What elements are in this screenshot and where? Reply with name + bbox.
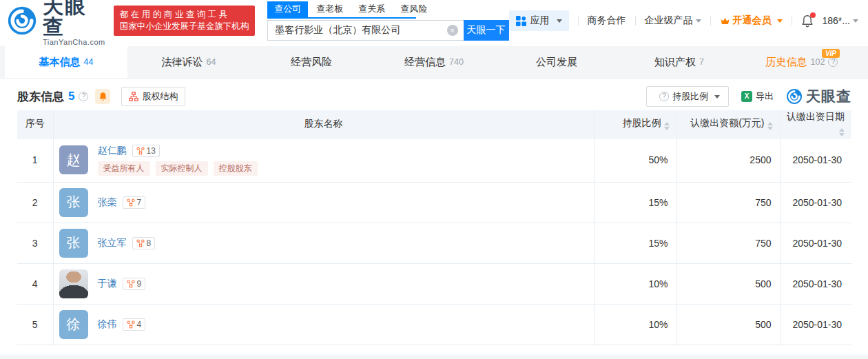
shareholder-name-link[interactable]: 赵仁鹏 [98,145,127,157]
amount-cell: 500 [676,263,780,304]
col-header-date[interactable]: 认缴出资日期 [780,110,851,138]
subscribe-bell-button[interactable] [95,89,110,104]
col-header-ratio[interactable]: 持股比例 [594,110,676,138]
shareholder-table-body: 1 赵 赵仁鹏 13 [17,138,851,345]
date-cell: 2050-01-30 [780,304,851,345]
tab-count: 64 [207,57,216,67]
account-menu[interactable]: 186*... [823,15,858,26]
col-header-amount[interactable]: 认缴出资额(万元) [676,110,780,138]
avatar[interactable]: 张 [59,229,88,258]
relation-graph-badge[interactable]: 9 [123,278,146,290]
row-index: 1 [17,138,53,182]
search-tab[interactable]: 查公司 [267,1,308,17]
apps-menu[interactable]: 应用 [509,10,569,31]
excel-icon: X [741,91,752,102]
amount-cell: 750 [676,223,780,263]
apps-grid-icon [516,16,526,26]
ratio-filter-dropdown[interactable]: ? 持股比例 [646,86,729,107]
col-header-name: 股东名称 [53,110,594,138]
section-count: 5 [68,90,74,103]
crown-icon [720,17,730,25]
top-nav: 应用 商务合作 企业级产品 开通会员 [509,10,858,31]
search-tab[interactable]: 查老板 [309,1,350,17]
apps-label: 应用 [530,14,550,27]
table-row: 5 徐 徐伟 4 [17,304,851,345]
divider [578,16,579,25]
watermark-logo: 天眼查 [786,87,851,106]
logo-title: 天眼查 [43,0,105,37]
tab-label: 历史信息 [766,56,807,69]
relation-graph-badge[interactable]: 8 [132,237,156,249]
row-index: 5 [17,304,53,345]
shareholder-name-link[interactable]: 张栾 [98,196,117,209]
equity-structure-button[interactable]: 股权结构 [121,87,185,106]
relation-graph-icon [136,147,145,155]
table-header-row: 序号 股东名称 持股比例 认缴出资额(万元) 认缴出资日期 [17,110,851,138]
tianyancha-logo[interactable]: 天眼查 TianYanCha.com [7,0,105,46]
tab-count: 740 [449,57,464,67]
shareholder-tag: 实际控制人 [156,161,208,176]
shareholder-name-link[interactable]: 张立军 [98,237,127,249]
table-row: 3 张 张立军 8 [17,223,851,263]
org-chart-icon [129,92,138,101]
business-cooperation-link[interactable]: 商务合作 [588,14,626,27]
tab-label: 经营风险 [291,56,332,69]
tab-label: 经营信息 [404,56,446,69]
search-tab[interactable]: 查风险 [393,1,434,17]
row-index: 3 [17,223,53,263]
date-cell: 2050-01-30 [780,223,851,263]
tab-count: 102 [811,57,825,67]
amount-cell: 2500 [676,138,780,182]
col-header-index: 序号 [17,110,53,138]
promo-line2: 国家中小企业发展子基金旗下机构 [120,21,249,32]
sort-icon[interactable] [767,122,773,130]
tab-知识产权[interactable]: 知识产权7 [618,46,741,78]
table-row: 1 赵 赵仁鹏 13 [17,138,851,182]
enterprise-products-menu[interactable]: 企业级产品 [645,14,701,27]
relation-count: 4 [137,320,142,329]
tab-经营信息[interactable]: 经营信息740 [373,46,495,78]
tab-label: 法律诉讼 [162,56,203,69]
search-tabs: 查公司查老板查关系查风险 [267,1,416,19]
search-input[interactable] [267,20,463,41]
clear-input-icon[interactable]: × [447,25,458,36]
notifications-bell[interactable] [801,14,814,28]
table-row: 4 于谦 9 [17,263,851,304]
avatar-photo[interactable] [59,269,88,298]
chevron-down-icon [853,19,858,23]
tab-法律诉讼[interactable]: 法律诉讼64 [127,46,250,78]
date-cell: 2050-01-30 [780,263,851,304]
bottom-strip [0,355,868,359]
divider [792,16,792,25]
relation-graph-badge[interactable]: 13 [132,145,160,157]
sort-icon[interactable] [664,122,670,130]
tab-历史信息[interactable]: 历史信息102?VIP [741,46,863,78]
relation-count: 13 [147,146,156,156]
search-button[interactable]: 天眼一下 [464,20,509,41]
relation-count: 9 [137,279,142,289]
avatar[interactable]: 赵 [59,145,88,174]
bell-icon [99,92,107,101]
avatar[interactable]: 徐 [59,310,88,339]
page: 天眼查 TianYanCha.com 都在用的商业查询工具 国家中小企业发展子基… [0,0,868,359]
sort-icon[interactable] [839,128,845,136]
shareholder-name-link[interactable]: 于谦 [98,278,117,290]
search-tab[interactable]: 查关系 [351,1,392,17]
tab-公司发展[interactable]: 公司发展 [495,46,618,78]
relation-graph-badge[interactable]: 7 [123,196,146,209]
shareholder-name-link[interactable]: 徐伟 [98,318,117,331]
date-cell: 2050-01-30 [780,138,851,182]
help-icon[interactable]: ? [79,92,88,101]
promo-banner: 都在用的商业查询工具 国家中小企业发展子基金旗下机构 [114,6,256,36]
ratio-cell: 50% [594,138,676,182]
chevron-down-icon [696,19,701,23]
open-vip-menu[interactable]: 开通会员 [720,14,783,27]
export-button[interactable]: X 导出 [741,90,774,103]
ratio-cell: 15% [594,223,676,263]
relation-graph-badge[interactable]: 4 [123,318,146,331]
avatar[interactable]: 张 [59,188,88,217]
tab-基本信息[interactable]: 基本信息44 [5,46,127,78]
shareholder-tag: 受益所有人 [98,161,150,176]
tianyancha-swirl-icon [7,6,37,36]
tab-经营风险[interactable]: 经营风险 [250,46,373,78]
